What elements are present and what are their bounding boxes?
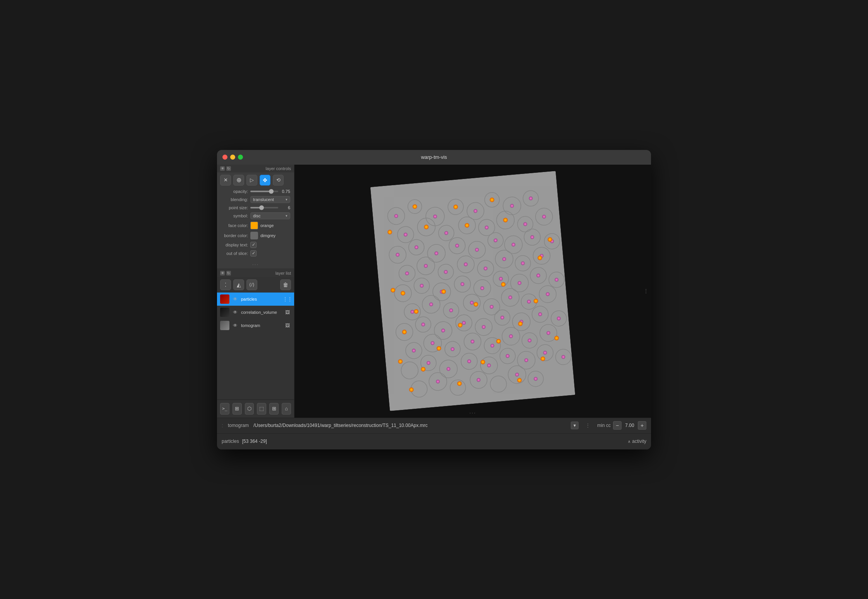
symbol-control: symbol: disc ▾	[217, 211, 294, 220]
minimize-traffic-light[interactable]	[230, 155, 235, 160]
refresh-icon-small[interactable]: ↻	[226, 166, 231, 171]
min-cc-section: min cc − 7.00 +	[597, 421, 646, 430]
status-row-1: : tomogram /Users/burta2/Downloads/10491…	[217, 418, 651, 434]
correlation-visibility-icon[interactable]: 👁	[232, 309, 239, 316]
symbol-label: symbol:	[221, 213, 248, 218]
display-text-label: display text:	[221, 243, 248, 247]
scatter-mode-button[interactable]: ⁚	[220, 279, 231, 290]
viewport-image-container	[370, 171, 575, 411]
main-content: 👁 ↻ layer controls ✕ ⊕ ▷ ✥ ⟲ opacity:	[217, 165, 651, 418]
layer-controls-section: 👁 ↻ layer controls ✕ ⊕ ▷ ✥ ⟲ opacity:	[217, 165, 294, 269]
tomogram-thumbnail	[220, 321, 229, 330]
status-bar: : tomogram /Users/burta2/Downloads/10491…	[217, 418, 651, 449]
cc-plus-button[interactable]: +	[638, 421, 646, 430]
cube-button[interactable]: ⬡	[245, 403, 254, 415]
opacity-slider-container	[250, 191, 278, 192]
polygon-button[interactable]: ◭	[233, 279, 244, 290]
layer-item-tomogram[interactable]: 👁 tomogram 🖼	[217, 319, 294, 332]
bottom-toolbar: >_ ⊞ ⬡ ⬚ ⊞ ⌂	[217, 399, 294, 418]
activity-button[interactable]: ∧ activity	[628, 439, 646, 444]
tomogram-label: tomogram	[228, 423, 249, 428]
opacity-value: 0.75	[281, 189, 290, 194]
layers-panel-button[interactable]: ⊞	[232, 403, 242, 415]
add-layer-button[interactable]: ⊕	[233, 175, 244, 186]
layer-list-label: layer list	[235, 271, 291, 275]
layer-controls-header: 👁 ↻ layer controls	[217, 165, 294, 172]
tomogram-path: /Users/burta2/Downloads/10491/warp_tilts…	[253, 423, 566, 428]
point-size-slider-container	[250, 207, 278, 208]
display-text-control: display text: ✓	[217, 241, 294, 249]
delete-layer-button[interactable]: 🗑	[280, 279, 291, 290]
viewport: ... ⋮	[294, 165, 651, 418]
point-size-control: point size: 6	[217, 204, 294, 211]
particles-layer-name: particles	[241, 297, 282, 301]
blending-select[interactable]: translucent ▾	[250, 196, 290, 203]
close-traffic-light[interactable]	[222, 155, 227, 160]
layer-item-particles[interactable]: 👁 particles ⋮⋮	[217, 293, 294, 306]
particles-label: particles	[222, 439, 239, 444]
symbol-select[interactable]: disc ▾	[250, 212, 290, 219]
status-row-2: particles [53 364 -29] ∧ activity	[217, 434, 651, 449]
point-size-value: 6	[281, 205, 290, 210]
grid-button[interactable]: ⊞	[269, 403, 279, 415]
face-color-swatch[interactable]	[250, 222, 258, 229]
border-color-swatch-row: dimgrey	[250, 232, 290, 239]
tomogram-visibility-icon[interactable]: 👁	[232, 322, 239, 329]
terminal-button[interactable]: >_	[220, 403, 229, 415]
out-of-slice-checkbox[interactable]: ✓	[250, 250, 257, 256]
blending-arrow: ▾	[286, 198, 288, 201]
activity-chevron: ∧	[628, 439, 630, 444]
blending-label: blending:	[221, 197, 248, 202]
eye-icon-small[interactable]: 👁	[220, 166, 225, 171]
main-window: warp-tm-vis 👁 ↻ layer controls ✕ ⊕ ▷ ✥	[217, 150, 651, 449]
min-cc-label: min cc	[597, 423, 611, 428]
border-color-swatch[interactable]	[250, 232, 258, 239]
cc-minus-button[interactable]: −	[613, 421, 622, 430]
point-size-slider[interactable]	[250, 207, 278, 208]
crop-button[interactable]: ⬚	[257, 403, 266, 415]
layer-list-eye-icon[interactable]: 👁	[220, 271, 225, 275]
close-layer-button[interactable]: ✕	[220, 175, 231, 186]
select-mode-button[interactable]: ▷	[246, 175, 257, 186]
correlation-layer-icon: 🖼	[284, 309, 291, 316]
border-color-name: dimgrey	[260, 233, 276, 238]
move-mode-button[interactable]: ✥	[260, 175, 270, 186]
correlation-thumbnail	[220, 308, 229, 317]
symbol-arrow: ▾	[286, 214, 288, 218]
tag-button[interactable]: ⟨/⟩	[246, 279, 257, 290]
point-size-label: point size:	[221, 205, 248, 210]
opacity-control: opacity: 0.75	[217, 188, 294, 195]
particles-layer-icon: ⋮⋮	[284, 296, 291, 303]
blending-control: blending: translucent ▾	[217, 195, 294, 204]
path-dropdown[interactable]: ▾	[571, 422, 579, 429]
transform-mode-button[interactable]: ⟲	[273, 175, 284, 186]
layer-item-correlation[interactable]: 👁 correlation_volume 🖼	[217, 306, 294, 319]
opacity-label: opacity:	[221, 189, 248, 194]
controls-more-dots: ...	[217, 258, 294, 269]
dropdown-arrow: ▾	[574, 423, 576, 428]
correlation-layer-name: correlation_volume	[241, 310, 282, 315]
face-color-name: orange	[260, 223, 274, 228]
titlebar: warp-tm-vis	[217, 150, 651, 165]
home-button[interactable]: ⌂	[282, 403, 291, 415]
border-color-control: border color: dimgrey	[217, 231, 294, 241]
layer-list-section: 👁 ↻ layer list ⁚ ◭ ⟨/⟩ 🗑 👁 particle	[217, 269, 294, 418]
out-of-slice-control: out of slice: ✓	[217, 249, 294, 258]
face-color-swatch-row: orange	[250, 222, 290, 229]
tomogram-layer-name: tomogram	[241, 323, 282, 328]
traffic-lights	[222, 155, 243, 160]
viewport-dots: ...	[469, 408, 476, 415]
opacity-slider[interactable]	[250, 191, 278, 192]
display-text-checkbox[interactable]: ✓	[250, 242, 257, 248]
layer-controls-toolbar: ✕ ⊕ ▷ ✥ ⟲	[217, 172, 294, 188]
maximize-traffic-light[interactable]	[238, 155, 243, 160]
status-dots-button[interactable]: ⋮	[583, 421, 592, 430]
particles-visibility-icon[interactable]: 👁	[232, 296, 239, 303]
layer-list-refresh-icon[interactable]: ↻	[226, 271, 231, 275]
coordinates-value: [53 364 -29]	[242, 439, 267, 444]
svg-rect-0	[370, 171, 575, 411]
header-icons: 👁 ↻	[220, 166, 231, 171]
left-panel: 👁 ↻ layer controls ✕ ⊕ ▷ ✥ ⟲ opacity:	[217, 165, 294, 418]
layer-controls-label: layer controls	[235, 166, 291, 171]
resize-handle[interactable]: :	[222, 422, 223, 429]
